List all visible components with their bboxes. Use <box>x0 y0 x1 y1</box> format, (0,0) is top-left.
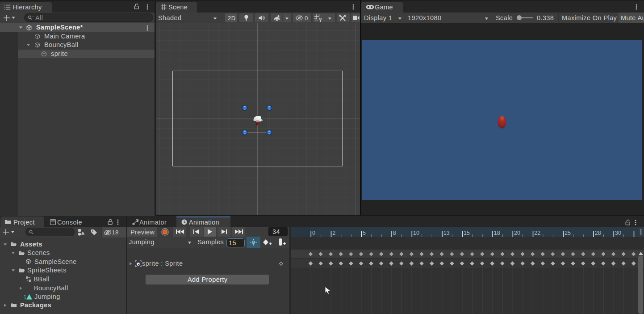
svg-text:20: 20 <box>514 230 520 236</box>
svg-text:18: 18 <box>494 230 500 236</box>
svg-text:10: 10 <box>413 230 419 236</box>
svg-text:8: 8 <box>393 230 396 236</box>
svg-text:25: 25 <box>565 230 571 236</box>
svg-text:Y: Y <box>319 18 322 23</box>
svg-text:13: 13 <box>443 230 450 236</box>
svg-text:5: 5 <box>363 230 366 236</box>
svg-text:2: 2 <box>332 230 335 236</box>
svg-text:15: 15 <box>464 230 470 236</box>
svg-text:22: 22 <box>534 230 540 236</box>
svg-text:30: 30 <box>615 230 621 236</box>
svg-text:28: 28 <box>595 230 601 236</box>
svg-text:0: 0 <box>312 230 315 236</box>
